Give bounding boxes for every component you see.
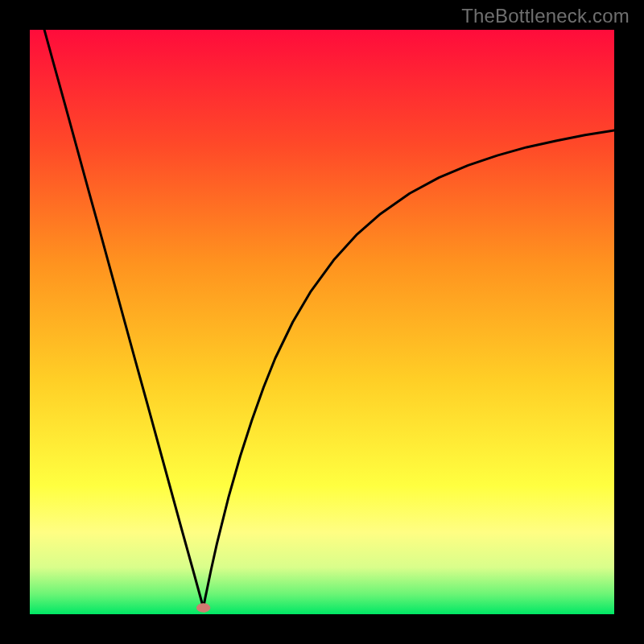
minimum-marker: [196, 603, 210, 613]
chart-frame: TheBottleneck.com: [0, 0, 644, 644]
plot-area: [30, 30, 614, 614]
gradient-background: [30, 30, 614, 614]
bottleneck-chart: [30, 30, 614, 614]
watermark: TheBottleneck.com: [461, 5, 630, 27]
